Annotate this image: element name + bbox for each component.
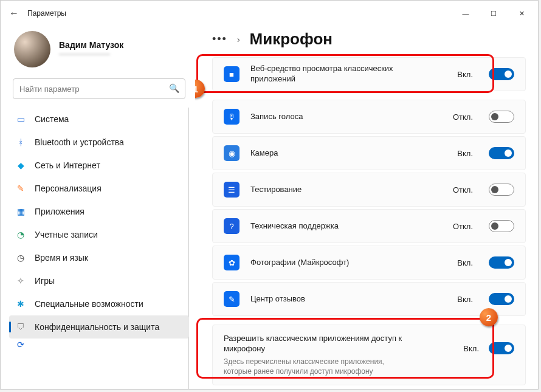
toggle-state-label: Вкл. <box>450 149 473 158</box>
accessibility-icon: ✱ <box>15 298 26 309</box>
sidebar-item-network[interactable]: ◆Сеть и Интернет <box>9 154 189 177</box>
page-title: Микрофон <box>250 30 333 49</box>
sidebar-item-bluetooth[interactable]: ᚼBluetooth и устройства <box>9 131 189 154</box>
app-label: Центр отзывов <box>250 294 439 304</box>
app-label: Тестирование <box>250 185 439 195</box>
toggle-state-label: Откл. <box>450 112 473 122</box>
desktop-apps-section: Разрешить классическим приложениям досту… <box>212 325 526 385</box>
sidebar-item-label: Специальные возможности <box>35 299 143 309</box>
sidebar-item-label: Игры <box>35 276 55 286</box>
photos-icon: ✿ <box>224 255 239 270</box>
profile-block[interactable]: Вадим Матузок ——————— <box>9 26 189 78</box>
toggle-switch[interactable] <box>489 342 514 354</box>
maximize-button[interactable]: ☐ <box>480 4 508 23</box>
accounts-icon: ◔ <box>15 229 26 240</box>
privacy-icon: ⛉ <box>15 322 26 332</box>
toggle-switch[interactable] <box>489 256 514 269</box>
toggle-state-label: Откл. <box>450 222 473 231</box>
sidebar-item-accessibility[interactable]: ✱Специальные возможности <box>9 292 189 315</box>
back-button[interactable]: ← <box>3 2 25 24</box>
app-label: Веб-средство просмотра классических прил… <box>250 64 439 84</box>
voicerec-icon: 🎙 <box>224 109 239 125</box>
app-row-feedback: ✎ Центр отзывов Вкл. <box>212 282 526 316</box>
sidebar-item-label: Персонализация <box>35 184 102 193</box>
app-row-camera: ◉ Камера Вкл. <box>212 136 526 170</box>
apps-icon: ▦ <box>15 206 26 217</box>
desktop-apps-subtitle: Здесь перечислены классические приложени… <box>224 357 406 376</box>
app-label: Фотографии (Майкрософт) <box>250 258 439 268</box>
search-input[interactable] <box>13 78 185 99</box>
app-label: Камера <box>250 148 439 159</box>
main-panel: ••• › Микрофон ■ Веб-средство просмотра … <box>195 26 538 389</box>
sidebar-item-cutoff[interactable]: ⟳ <box>9 339 189 351</box>
feedback-icon: ✎ <box>224 291 239 307</box>
annotation-marker-1: 1 <box>195 80 205 98</box>
toggle-switch[interactable] <box>489 184 514 196</box>
system-icon: ▭ <box>15 114 26 125</box>
app-list: ■ Веб-средство просмотра классических пр… <box>212 57 526 385</box>
avatar <box>14 31 50 67</box>
sidebar-item-privacy[interactable]: ⛉Конфиденциальность и защита <box>9 315 189 339</box>
window-controls: ― ☐ ✕ <box>452 4 536 23</box>
sidebar-item-system[interactable]: ▭Система <box>9 108 189 131</box>
time-icon: ◷ <box>15 252 26 263</box>
testing-icon: ☰ <box>224 182 239 198</box>
content-area: Вадим Матузок ——————— 🔍 ▭СистемаᚼBluetoo… <box>1 26 538 389</box>
chevron-right-icon: › <box>237 35 240 44</box>
network-icon: ◆ <box>15 160 26 171</box>
toggle-state-label: Откл. <box>450 185 473 194</box>
support-icon: ? <box>224 218 239 234</box>
sidebar-item-label: Система <box>35 114 69 124</box>
minimize-button[interactable]: ― <box>452 4 480 23</box>
toggle-switch[interactable] <box>489 111 514 123</box>
app-row-webviewer: ■ Веб-средство просмотра классических пр… <box>212 57 526 91</box>
sidebar-item-personalization[interactable]: ✎Персонализация <box>9 177 189 200</box>
search-wrap: 🔍 <box>13 78 185 99</box>
sidebar-item-apps[interactable]: ▦Приложения <box>9 200 189 223</box>
toggle-state-label: Вкл. <box>450 258 473 267</box>
app-row-testing: ☰ Тестирование Откл. <box>212 173 526 207</box>
app-row-photos: ✿ Фотографии (Майкрософт) Вкл. <box>212 246 526 280</box>
sidebar-item-accounts[interactable]: ◔Учетные записи <box>9 223 189 246</box>
windows-update-icon: ⟳ <box>15 339 26 350</box>
sidebar-item-time[interactable]: ◷Время и язык <box>9 246 189 269</box>
sidebar-item-label: Приложения <box>35 207 84 216</box>
toggle-state-label: Вкл. <box>456 344 479 353</box>
toggle-switch[interactable] <box>489 293 514 305</box>
webviewer-icon: ■ <box>224 66 239 82</box>
app-row-voicerec: 🎙 Запись голоса Откл. <box>212 100 526 134</box>
sidebar-item-label: Сеть и Интернет <box>35 160 100 170</box>
app-row-support: ? Техническая поддержка Откл. <box>212 209 526 243</box>
breadcrumb: ••• › Микрофон <box>212 30 526 49</box>
sidebar-item-label: Учетные записи <box>35 230 98 239</box>
toggle-state-label: Вкл. <box>450 70 473 79</box>
toggle-state-label: Вкл. <box>450 295 473 304</box>
titlebar: ← Параметры ― ☐ ✕ <box>1 1 538 26</box>
sidebar-item-label: Время и язык <box>35 253 88 263</box>
sidebar: Вадим Матузок ——————— 🔍 ▭СистемаᚼBluetoo… <box>1 26 195 389</box>
desktop-apps-title: Разрешить классическим приложениям досту… <box>224 334 445 354</box>
personalization-icon: ✎ <box>15 183 26 194</box>
breadcrumb-more-icon[interactable]: ••• <box>212 33 227 46</box>
sidebar-item-label: Bluetooth и устройства <box>35 137 124 147</box>
gaming-icon: ✧ <box>15 275 26 286</box>
app-label: Запись голоса <box>250 112 439 122</box>
profile-email: ——————— <box>59 50 123 58</box>
toggle-switch[interactable] <box>489 220 514 232</box>
toggle-switch[interactable] <box>489 147 514 159</box>
sidebar-item-gaming[interactable]: ✧Игры <box>9 269 189 292</box>
nav-list: ▭СистемаᚼBluetooth и устройства◆Сеть и И… <box>9 108 189 389</box>
profile-name: Вадим Матузок <box>59 40 123 50</box>
close-button[interactable]: ✕ <box>508 4 536 23</box>
settings-window: ← Параметры ― ☐ ✕ Вадим Матузок ——————— … <box>0 0 539 390</box>
app-label: Техническая поддержка <box>250 221 439 232</box>
bluetooth-icon: ᚼ <box>15 137 26 148</box>
window-title: Параметры <box>27 9 66 18</box>
toggle-switch[interactable] <box>489 68 514 80</box>
sidebar-item-label: Конфиденциальность и защита <box>35 322 159 332</box>
camera-icon: ◉ <box>224 145 239 161</box>
